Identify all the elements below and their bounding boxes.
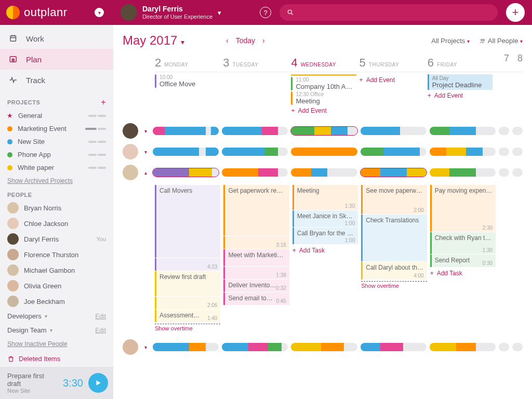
nav-work[interactable]: Work xyxy=(0,28,113,49)
timeline[interactable] xyxy=(153,168,523,177)
person-chloe[interactable]: Chloe Jackson xyxy=(0,216,113,231)
timeline[interactable] xyxy=(153,343,523,351)
event[interactable]: 10:00Office Move xyxy=(155,74,220,88)
task-col-fri[interactable]: Pay moving expen…2:30 Check with Ryan t…… xyxy=(430,185,496,331)
add-button[interactable]: + xyxy=(506,3,525,22)
person-michael[interactable]: Michael Gambon xyxy=(0,262,113,278)
allday-event[interactable]: All DayProject Deadline xyxy=(428,74,493,90)
task-card[interactable]: Get paperwork re… xyxy=(223,185,289,236)
task-card[interactable]: Deliver Invento…0:32 xyxy=(223,280,289,292)
task-card[interactable]: Check Translations xyxy=(361,215,427,261)
add-task-button[interactable]: + Add Task xyxy=(430,270,496,277)
task-card[interactable]: 4:23 xyxy=(155,258,220,271)
brand[interactable]: outplanr xyxy=(6,6,88,19)
person-joe[interactable]: Joe Beckham xyxy=(0,294,113,309)
play-button[interactable] xyxy=(88,373,108,393)
nav-label: Plan xyxy=(26,55,42,64)
chevron-down-icon[interactable]: ▾ xyxy=(142,128,149,134)
month-picker[interactable]: May 2017 ▾ xyxy=(123,33,184,48)
nav-track[interactable]: Track xyxy=(0,70,113,90)
chevron-down-icon[interactable]: ▾ xyxy=(95,8,104,17)
next-button[interactable]: › xyxy=(262,36,265,45)
task-card[interactable]: Pay moving expen…2:30 xyxy=(430,185,496,232)
events-tue[interactable] xyxy=(223,72,291,116)
help-button[interactable]: ? xyxy=(260,7,271,18)
deleted-items[interactable]: Deleted Items xyxy=(0,351,113,367)
task-col-mon[interactable]: Call Movers 4:23 Review first draft 2:06… xyxy=(155,185,220,331)
task-card[interactable]: Call Daryl about th…4:00 xyxy=(361,262,427,280)
filter-people[interactable]: All People ▾ xyxy=(479,37,523,45)
avatar[interactable] xyxy=(123,339,138,355)
events-thu[interactable]: + Add Event xyxy=(360,72,428,116)
add-task-button[interactable]: + Add Task xyxy=(292,247,358,254)
task-card[interactable]: Call Movers xyxy=(155,185,220,258)
task-card[interactable]: Check with Ryan t…1:30 xyxy=(430,232,496,254)
task-col-thu[interactable]: See move paperwo…2:00 Check Translations… xyxy=(361,185,427,331)
search-input[interactable] xyxy=(280,4,498,21)
avatar[interactable] xyxy=(123,123,138,139)
events-fri[interactable]: All DayProject Deadline + Add Event xyxy=(428,72,496,116)
avatar[interactable] xyxy=(123,144,138,159)
track-icon xyxy=(8,75,19,85)
chevron-down-icon[interactable]: ▾ xyxy=(142,344,149,350)
person-florence[interactable]: Florence Thurston xyxy=(0,247,113,262)
add-project-button[interactable]: + xyxy=(101,98,106,107)
event[interactable]: 11:00Company 10th A… xyxy=(291,77,356,90)
today-button[interactable]: Today xyxy=(236,36,255,45)
timeline[interactable] xyxy=(153,148,523,156)
edit-link[interactable]: Edit xyxy=(95,313,106,320)
group-developers[interactable]: Developers▾Edit xyxy=(0,309,113,323)
add-event-button[interactable]: + Add Event xyxy=(360,76,424,84)
task-card[interactable]: Assessment…1:40 xyxy=(155,310,220,322)
task-card[interactable]: Review first draft xyxy=(155,271,220,296)
nav-label: Work xyxy=(26,34,44,43)
task-card[interactable]: Meeting1:30 xyxy=(292,185,358,210)
filter-all[interactable]: All Projects ▾ xyxy=(431,37,470,45)
task-card[interactable]: 3:16 xyxy=(223,236,289,249)
edit-link[interactable]: Edit xyxy=(95,327,106,334)
show-inactive-link[interactable]: Show Inactive People xyxy=(0,337,113,351)
avatar[interactable] xyxy=(123,165,138,180)
group-design[interactable]: Design Team▾Edit xyxy=(0,323,113,337)
project-whitepaper[interactable]: White paper xyxy=(0,161,113,174)
project-marketing[interactable]: Marketing Event xyxy=(0,122,113,135)
task-card[interactable]: Send Report0:30 xyxy=(430,255,496,267)
task-card[interactable]: Call Bryan for the …1:00 xyxy=(292,228,358,244)
task-card[interactable]: Meet Janice in Sky…1:00 xyxy=(292,210,358,227)
timeline[interactable] xyxy=(153,127,523,135)
task-col-wed[interactable]: Meeting1:30 Meet Janice in Sky…1:00 Call… xyxy=(292,185,358,331)
sidebar: outplanr ▾ Work Plan Track PROJECTS + ★G… xyxy=(0,0,113,399)
avatar xyxy=(7,296,19,307)
task-card[interactable]: Send email to…0:45 xyxy=(223,292,289,305)
person-bryan[interactable]: Bryan Norris xyxy=(0,200,113,216)
show-archived-link[interactable]: Show Archived Projects xyxy=(0,174,113,188)
add-event-button[interactable]: + Add Event xyxy=(291,107,356,114)
task-col-tue[interactable]: Get paperwork re… 3:16 Meet with Marketi… xyxy=(223,185,289,331)
overtime-link[interactable]: Show overtime xyxy=(361,281,427,289)
user-name: Daryl Ferris xyxy=(142,5,212,13)
user-menu[interactable]: Daryl Ferris Director of User Experience… xyxy=(121,4,221,21)
task-card[interactable]: Meet with Marketi… xyxy=(223,249,289,266)
person-daryl[interactable]: Daryl FerrisYou xyxy=(0,231,113,247)
task-card[interactable]: See move paperwo…2:00 xyxy=(361,185,427,214)
group-label: Design Team xyxy=(7,326,47,334)
event[interactable]: 12:30 OfficeMeeting xyxy=(291,91,356,105)
nav-label: Track xyxy=(26,76,45,85)
person-olivia[interactable]: Olivia Green xyxy=(0,278,113,294)
task-card[interactable]: 2:06 xyxy=(155,297,220,309)
day-header-mon: 2MONDAY xyxy=(155,53,223,72)
prev-button[interactable]: ‹ xyxy=(226,36,229,45)
events-mon[interactable]: 10:00Office Move xyxy=(155,72,223,116)
group-label: Developers xyxy=(7,312,42,320)
chevron-down-icon[interactable]: ▾ xyxy=(142,149,149,155)
events-wed[interactable]: 11:00Company 10th A… 12:30 OfficeMeeting… xyxy=(291,72,359,116)
project-general[interactable]: ★General xyxy=(0,109,113,122)
chevron-up-icon[interactable]: ▴ xyxy=(142,170,149,176)
add-event-button[interactable]: + Add Event xyxy=(428,92,493,99)
nav-plan[interactable]: Plan xyxy=(0,49,113,70)
project-label: General xyxy=(18,112,42,119)
project-newsite[interactable]: New Site xyxy=(0,135,113,148)
project-phoneapp[interactable]: Phone App xyxy=(0,148,113,161)
overtime-link[interactable]: Show overtime xyxy=(155,324,220,331)
task-card[interactable]: 1:38 xyxy=(223,267,289,279)
